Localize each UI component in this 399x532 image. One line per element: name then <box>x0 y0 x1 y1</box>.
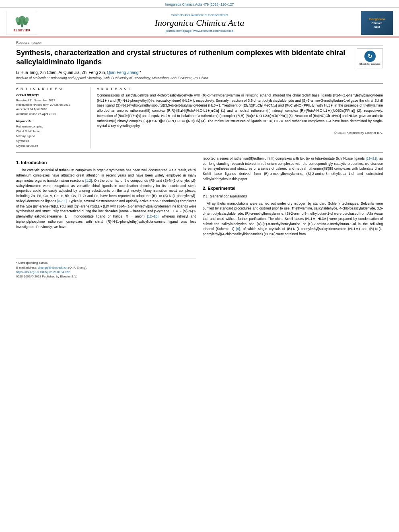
abstract-text: Condensations of salicylaldehyde and 4-c… <box>97 93 383 129</box>
right-logo-title-3: Acta <box>369 25 385 29</box>
elsevier-logo-area: ELSEVIER <box>4 11 40 35</box>
subsection-title: 2.1. General considerations <box>203 194 383 199</box>
elsevier-brand-text: ELSEVIER <box>14 29 31 32</box>
footnote-area: * Corresponding author. E-mail address: … <box>16 259 196 279</box>
science-direct-line: Contents lists available at ScienceDirec… <box>43 13 356 17</box>
copyright-line: © 2018 Published by Elsevier B.V. <box>97 131 383 135</box>
body-col-left: 1. Introduction The catalytic potential … <box>16 156 196 279</box>
and-word: and <box>358 172 363 176</box>
article-info-abstract-section: A R T I C L E I N F O Article history: R… <box>16 83 383 148</box>
journal-homepage-line: journal homepage: www.elsevier.com/locat… <box>43 29 356 33</box>
check-updates-icon: ↻ <box>364 51 376 62</box>
experimental-section-number: 2. <box>203 186 206 191</box>
abstract-header: A B S T R A C T <box>97 87 383 90</box>
authors-line: Li-Hua Tang, Xin Chen, Ai-Quan Jia, Zhi-… <box>16 70 383 75</box>
journal-header: Inorganica Chimica Acta 479 (2018) 120–1… <box>0 0 399 8</box>
article-title-area: Synthesis, characterization and crystal … <box>16 48 383 67</box>
history-label: Article history: <box>16 93 86 97</box>
intro-section-label: Introduction <box>21 160 47 165</box>
experimental-section-label: Experimental <box>208 186 235 191</box>
right-journal-logo: Inorganica Chimica Acta <box>361 11 393 35</box>
corresponding-author-note: * Corresponding author. <box>16 261 196 265</box>
check-updates-badge: ↻ Check for updates <box>357 48 383 68</box>
issn-line: 0020-1693/© 2018 Published by Elsevier B… <box>16 274 196 279</box>
header-band: ELSEVIER Contents lists available at Sci… <box>0 9 399 37</box>
experimental-para-1: All synthetic manipulations were carried… <box>203 201 383 237</box>
ref-1-2[interactable]: [1,2] <box>85 179 92 183</box>
ref-3-11[interactable]: [3–11] <box>57 199 67 203</box>
email-link[interactable]: zhangqf@ahut.edu.cn <box>38 266 68 269</box>
abstract-col: A B S T R A C T Condensations of salicyl… <box>97 87 383 148</box>
experimental-section-title: 2. Experimental <box>203 185 383 192</box>
keyword-5: Crystal structure <box>16 144 86 148</box>
right-logo-area: Inorganica Chimica Acta <box>359 11 395 35</box>
section-divider <box>16 152 383 153</box>
elsevier-tree-icon <box>14 14 30 28</box>
main-content: Research paper Synthesis, characterizati… <box>0 37 399 282</box>
homepage-url[interactable]: www.elsevier.com/locate/ica <box>193 29 233 33</box>
journal-citation: Inorganica Chimica Acta 479 (2018) 120–1… <box>165 2 234 6</box>
accepted-date: Accepted 24 April 2018 <box>16 107 86 111</box>
keyword-3: Nitrosyl ligand <box>16 134 86 139</box>
subsection-label: General considerations <box>210 194 247 198</box>
subsection-number: 2.1. <box>203 194 209 198</box>
right-logo-title-1: Inorganica <box>369 17 385 21</box>
elsevier-logo: ELSEVIER <box>6 11 38 35</box>
ref-12-18[interactable]: [12–18] <box>147 214 158 218</box>
page: Inorganica Chimica Acta 479 (2018) 120–1… <box>0 0 399 532</box>
svg-point-4 <box>16 17 19 22</box>
article-info-header: A R T I C L E I N F O <box>16 87 86 90</box>
intro-para-1: The catalytic potential of ruthenium com… <box>16 168 196 229</box>
science-direct-link-text[interactable]: ScienceDirect <box>208 13 228 17</box>
doi-line[interactable]: https://doi.org/10.1016/j.ica.2018.04.05… <box>16 270 196 274</box>
email-line: E-mail address: zhangqf@ahut.edu.cn (Q.-… <box>16 265 196 270</box>
authors-text: Li-Hua Tang, Xin Chen, Ai-Quan Jia, Zhi-… <box>16 70 141 75</box>
affiliation: Institute of Molecular Engineering and A… <box>16 76 383 80</box>
email-person: (Q.-F. Zhang). <box>68 266 87 269</box>
keyword-1: Ruthenium complex <box>16 124 86 129</box>
intro-section-title: 1. Introduction <box>16 159 196 166</box>
check-updates-label: Check for updates <box>359 63 380 66</box>
revised-date: Received in revised form 20 March 2018 <box>16 103 86 107</box>
keywords-label: Keywords: <box>16 119 86 123</box>
email-label: E-mail address: <box>16 266 37 269</box>
article-info-col: A R T I C L E I N F O Article history: R… <box>16 87 90 148</box>
header-center: Contents lists available at ScienceDirec… <box>43 13 356 33</box>
intro-para-2: reported a series of ruthenium(II)/ruthe… <box>203 156 383 182</box>
intro-section-number: 1. <box>16 160 20 165</box>
ref-19-21[interactable]: [19–21] <box>366 156 377 160</box>
article-type: Research paper <box>16 41 383 46</box>
keyword-2: Chiral Schiff base <box>16 129 86 134</box>
journal-title: Inorganica Chimica Acta <box>43 18 356 28</box>
available-date: Available online 25 April 2018 <box>16 112 86 116</box>
svg-point-5 <box>25 17 29 22</box>
article-title-text: Synthesis, characterization and crystal … <box>16 49 345 66</box>
received-date: Received 11 November 2017 <box>16 98 86 103</box>
ref-6[interactable]: [6] <box>236 227 240 231</box>
body-section: 1. Introduction The catalytic potential … <box>16 156 383 279</box>
body-col-right: reported a series of ruthenium(II)/ruthe… <box>203 156 383 279</box>
keyword-4: Synthesis <box>16 139 86 144</box>
right-logo-title-2: Chimica <box>369 21 385 25</box>
